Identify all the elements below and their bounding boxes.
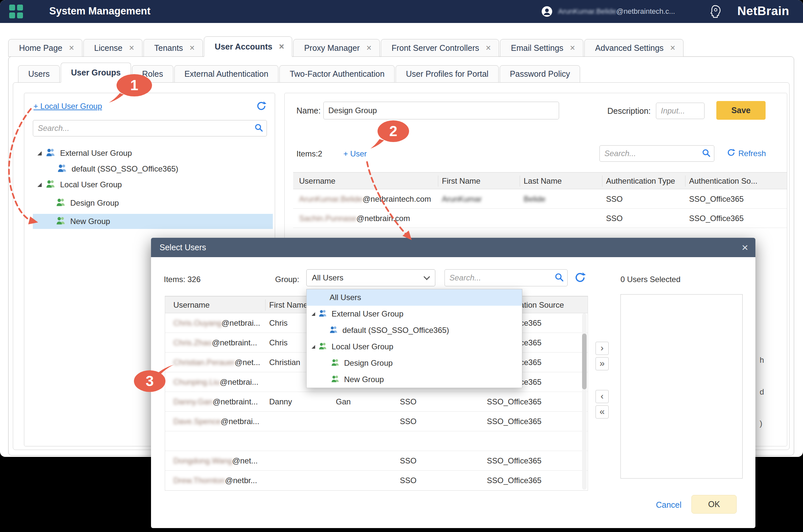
refresh-icon[interactable] [256, 100, 267, 113]
username-cell: Sachin.Punnase@netbrain.com [299, 209, 410, 228]
move-right-button[interactable]: › [596, 342, 609, 355]
cancel-button[interactable]: Cancel [656, 500, 681, 510]
dropdown-item-all-users[interactable]: All Users [307, 289, 522, 306]
tree-item-external-user-group[interactable]: External User Group [33, 146, 273, 161]
auth-source-cell: SSO_Office365 [487, 451, 541, 470]
tree-item-local-user-group[interactable]: Local User Group [33, 177, 273, 192]
tab-tenants[interactable]: Tenants× [144, 39, 203, 57]
tab-home-page[interactable]: Home Page× [8, 39, 83, 57]
table-row[interactable]: Dongdong.Wang@net... SSO SSO_Office365 [165, 451, 588, 471]
col-auth-source: Authentication So... [689, 172, 758, 190]
description-label: Description: [607, 103, 651, 119]
auth-source-cell: SSO_Office365 [689, 209, 744, 228]
tab-proxy-manager[interactable]: Proxy Manager× [293, 39, 380, 57]
username-cell: Chris.Ouyang@netbrai... [174, 313, 260, 332]
clipped-text-fragment: ) [760, 419, 762, 428]
tab-license[interactable]: License× [84, 39, 143, 57]
tab-user-accounts[interactable]: User Accounts× [204, 36, 292, 57]
subtab-password-policy[interactable]: Password Policy [500, 65, 580, 83]
close-icon[interactable]: × [486, 44, 491, 53]
dialog-search-input[interactable] [444, 269, 568, 286]
dropdown-item-design-group[interactable]: Design Group [307, 355, 522, 371]
save-button[interactable]: Save [716, 101, 766, 120]
dropdown-item-new-group[interactable]: New Group [307, 371, 522, 388]
assistant-head-icon[interactable] [708, 4, 724, 21]
add-user-link[interactable]: + User [343, 146, 367, 162]
auth-source-cell: SSO_Office365 [487, 412, 541, 431]
description-input[interactable] [656, 103, 705, 119]
expander-icon[interactable] [37, 151, 42, 155]
dropdown-item-external-user-group[interactable]: External User Group [307, 306, 522, 322]
group-members-table: Username First Name Last Name Authentica… [293, 172, 787, 228]
group-search-input[interactable] [33, 120, 267, 136]
search-icon [554, 272, 564, 284]
dropdown-item-default-sso[interactable]: default (SSO_SSO_Office365) [307, 322, 522, 339]
close-icon[interactable]: × [670, 44, 675, 53]
expander-icon[interactable] [312, 345, 315, 349]
close-icon[interactable]: × [129, 44, 134, 53]
add-local-user-group-link[interactable]: + Local User Group [34, 102, 102, 111]
refresh-icon [727, 148, 736, 159]
tab-advanced-settings[interactable]: Advanced Settings× [584, 39, 683, 57]
local-group-icon [45, 179, 56, 190]
dialog-search-box [444, 269, 568, 286]
clipped-text-fragment: d [760, 387, 764, 397]
tree-item-new-group-selected[interactable]: New Group [33, 214, 273, 229]
first-name-cell: Chris [269, 333, 288, 352]
auth-type-cell: SSO [400, 392, 417, 411]
tab-email-settings[interactable]: Email Settings× [500, 39, 583, 57]
external-group-icon [45, 148, 56, 159]
tree-item-design-group[interactable]: Design Group [33, 195, 273, 211]
tree-item-default-sso[interactable]: default (SSO_SSO_Office365) [33, 162, 273, 176]
col-first-name: First Name [442, 172, 480, 190]
subtab-external-authentication[interactable]: External Authentication [174, 65, 279, 83]
auth-type-cell: SSO [400, 451, 417, 470]
subtab-roles[interactable]: Roles [132, 65, 174, 83]
first-name-cell: Christian [269, 353, 300, 372]
group-filter-select[interactable]: All Users [306, 269, 435, 286]
selected-users-list[interactable] [620, 294, 743, 478]
close-icon[interactable]: × [189, 44, 195, 53]
subtab-users[interactable]: Users [18, 65, 60, 83]
last-name-cell: Gan [336, 392, 351, 411]
move-all-left-button[interactable]: « [596, 405, 609, 419]
user-table-search-input[interactable] [600, 145, 714, 162]
close-icon[interactable]: × [570, 44, 575, 53]
close-icon[interactable]: × [69, 44, 74, 53]
col-username: Username [174, 297, 210, 314]
expander-icon[interactable] [312, 312, 315, 316]
subtab-user-profiles-for-portal[interactable]: User Profiles for Portal [396, 65, 498, 83]
app-grid-icon[interactable] [9, 5, 23, 18]
table-row[interactable]: Drew.Thornton@netbr... SSO SSO_Office365 [165, 471, 588, 490]
table-row[interactable]: Dave.Spence@netbrai... SSO SSO_Office365 [165, 412, 588, 431]
col-last-name: Last Name [524, 172, 562, 190]
user-email-blurred: ArunKumar.Belide [558, 7, 616, 15]
table-scrollbar-thumb[interactable] [582, 334, 587, 389]
ok-button[interactable]: OK [691, 495, 737, 514]
table-row[interactable] [165, 431, 588, 451]
subtab-two-factor-authentication[interactable]: Two-Factor Authentication [279, 65, 395, 83]
table-header: Username First Name Last Name Authentica… [293, 172, 787, 189]
description-field-wrap [656, 103, 705, 119]
dropdown-item-local-user-group[interactable]: Local User Group [307, 339, 522, 355]
user-table-search-box [600, 145, 714, 162]
move-left-button[interactable]: ‹ [596, 390, 609, 403]
table-row[interactable]: Sachin.Punnase@netbrain.com SSO SSO_Offi… [293, 209, 787, 228]
move-all-right-button[interactable]: » [596, 357, 609, 370]
subtab-user-groups[interactable]: User Groups [61, 63, 131, 83]
main-tab-bar: Home Page× License× Tenants× User Accoun… [8, 36, 683, 57]
table-row[interactable]: Danny.Gan@netbraint... Danny Gan SSO SSO… [165, 392, 588, 412]
close-icon[interactable]: × [742, 240, 748, 254]
group-name-input[interactable] [323, 102, 559, 119]
refresh-icon[interactable] [574, 271, 586, 285]
dialog-header: Select Users × [151, 238, 755, 257]
local-group-icon [331, 375, 340, 385]
close-icon[interactable]: × [366, 44, 372, 53]
expander-icon[interactable] [37, 183, 42, 187]
tab-front-server-controllers[interactable]: Front Server Controllers× [381, 39, 499, 57]
close-icon[interactable]: × [279, 42, 284, 51]
table-row[interactable]: ArunKumar.Belide@netbraintech.com ArunKu… [293, 189, 787, 209]
refresh-link[interactable]: Refresh [727, 148, 766, 159]
chevron-down-icon [423, 273, 430, 280]
user-avatar-icon[interactable] [541, 5, 553, 19]
